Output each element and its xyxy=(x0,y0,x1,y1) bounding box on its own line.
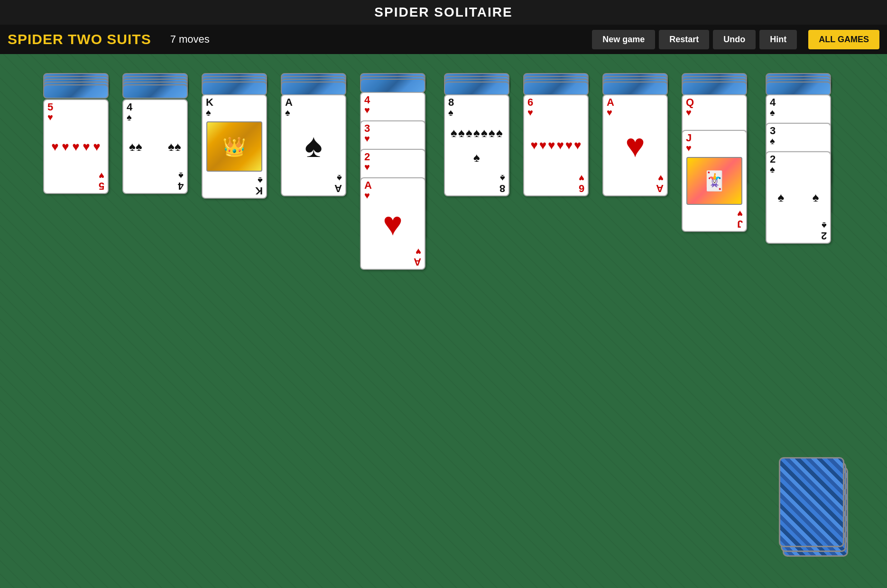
card-8-spades[interactable]: 8 ♠ ♠♠ ♠♠ ♠♠ ♠♠ 8 ♠ xyxy=(444,94,509,196)
card-king-spades[interactable]: K ♠ 👑 K ♠ xyxy=(202,94,267,199)
column-8: A ♥ ♥ A ♥ xyxy=(602,73,676,310)
card-pips: ♥♥ ♥ ♥♥ xyxy=(44,124,108,169)
card-suit: ♥ xyxy=(364,134,370,143)
card-rank: A xyxy=(364,180,372,191)
card-pips: ♥♥ ♥♥ ♥♥ xyxy=(524,119,588,172)
card-suit-bottom: ♥ xyxy=(658,174,664,183)
card-suit: ♥ xyxy=(364,105,370,115)
card-rank-bottom: J xyxy=(737,219,743,229)
card-suit: ♠ xyxy=(770,108,775,117)
card-rank-bottom: K xyxy=(255,185,263,196)
card-rank: 4 xyxy=(770,97,776,108)
site-title: SPIDER SOLITAIRE xyxy=(374,5,512,19)
card-suit-bottom: ♠ xyxy=(822,221,827,230)
card-rank: A xyxy=(285,97,293,108)
restart-button[interactable]: Restart xyxy=(659,30,709,49)
card-pips: ♠♠ ♠ ♠♠ xyxy=(123,124,187,169)
card-suit: ♥ xyxy=(686,108,692,117)
card-rank: 3 xyxy=(770,126,776,136)
face-down-card xyxy=(682,82,747,96)
card-rank-bottom: 4 xyxy=(178,181,184,191)
column-10: 4 ♠ 3 ♠ 2 ♠ ♠ ♠ ♠ 2 xyxy=(766,73,844,310)
face-down-card xyxy=(766,82,831,96)
card-rank-bottom: 5 xyxy=(99,181,104,191)
columns: 5 ♥ ♥♥ ♥ ♥♥ 5 ♥ xyxy=(14,64,873,310)
card-ace-spades[interactable]: A ♠ ♠ A ♠ xyxy=(281,94,346,196)
card-rank-bottom: A xyxy=(414,257,421,267)
card-suit: ♥ xyxy=(686,143,692,153)
card-rank: 3 xyxy=(364,123,370,134)
card-rank: 2 xyxy=(364,152,370,162)
stock-card xyxy=(779,457,844,547)
column-4: A ♠ ♠ A ♠ xyxy=(281,73,354,310)
card-suit: ♠ xyxy=(206,108,211,117)
card-suit-bottom: ♠ xyxy=(178,171,184,181)
column-6: 8 ♠ ♠♠ ♠♠ ♠♠ ♠♠ 8 ♠ xyxy=(444,73,517,310)
card-rank: J xyxy=(686,133,692,143)
card-pips: ♠ ♠ ♠ xyxy=(767,176,830,219)
card-suit-bottom: ♥ xyxy=(99,171,104,181)
card-rank-bottom: 8 xyxy=(499,183,505,193)
card-5-hearts[interactable]: 5 ♥ ♥♥ ♥ ♥♥ 5 ♥ xyxy=(43,99,109,194)
card-rank: 8 xyxy=(448,97,454,108)
site-header: SPIDER SOLITAIRE xyxy=(0,0,887,25)
stock-pile[interactable] xyxy=(778,457,849,552)
card-rank-bottom: A xyxy=(334,183,342,193)
card-rank-bottom: A xyxy=(656,183,664,193)
hint-button[interactable]: Hint xyxy=(759,30,797,49)
card-rank: 5 xyxy=(47,102,53,112)
card-suit-bottom: ♥ xyxy=(737,209,743,219)
card-rank: Q xyxy=(686,97,694,108)
face-down-card xyxy=(444,82,509,96)
card-rank: 4 xyxy=(127,102,132,112)
undo-button[interactable]: Undo xyxy=(713,30,756,49)
card-center-pip: ♥ xyxy=(383,207,403,240)
card-ace-hearts-2[interactable]: A ♥ ♥ A ♥ xyxy=(602,94,668,196)
card-ace-hearts[interactable]: A ♥ ♥ A ♥ xyxy=(360,177,425,270)
king-face: 👑 xyxy=(206,121,262,172)
face-down-card xyxy=(602,82,668,96)
card-6-hearts[interactable]: 6 ♥ ♥♥ ♥♥ ♥♥ 6 ♥ xyxy=(523,94,589,196)
new-game-button[interactable]: New game xyxy=(592,30,655,49)
card-rank: A xyxy=(607,97,614,108)
all-games-button[interactable]: ALL GAMES xyxy=(808,30,879,49)
card-suit-bottom: ♠ xyxy=(258,176,263,185)
column-1: 5 ♥ ♥♥ ♥ ♥♥ 5 ♥ xyxy=(43,73,117,310)
card-rank: 6 xyxy=(527,97,533,108)
card-suit: ♠ xyxy=(448,108,453,117)
card-rank-bottom: 6 xyxy=(579,183,584,193)
game-toolbar: SPIDER TWO SUITS 7 moves New game Restar… xyxy=(0,25,887,54)
card-2-spades[interactable]: 2 ♠ ♠ ♠ ♠ 2 ♠ xyxy=(766,151,831,244)
column-2: 4 ♠ ♠♠ ♠ ♠♠ 4 ♠ xyxy=(122,73,196,310)
column-9: Q ♥ J ♥ 🃏 J ♥ xyxy=(682,73,760,310)
card-suit: ♠ xyxy=(770,136,775,146)
card-rank: 4 xyxy=(364,95,370,105)
column-3: K ♠ 👑 K ♠ xyxy=(202,73,275,310)
card-suit-bottom: ♥ xyxy=(416,247,421,257)
face-down-card xyxy=(360,79,425,93)
card-4-spades[interactable]: 4 ♠ ♠♠ ♠ ♠♠ 4 ♠ xyxy=(122,99,188,194)
card-suit: ♥ xyxy=(607,108,612,117)
card-rank: K xyxy=(206,97,213,108)
face-down-card xyxy=(202,82,267,96)
card-suit: ♠ xyxy=(127,112,132,122)
card-suit-bottom: ♥ xyxy=(579,174,584,183)
face-down-card xyxy=(523,82,589,96)
card-suit: ♥ xyxy=(364,162,370,172)
column-7: 6 ♥ ♥♥ ♥♥ ♥♥ 6 ♥ xyxy=(523,73,597,310)
card-suit: ♥ xyxy=(527,108,533,117)
game-title: SPIDER TWO SUITS xyxy=(8,31,151,47)
move-count: 7 moves xyxy=(170,33,210,46)
card-jack-hearts[interactable]: J ♥ 🃏 J ♥ xyxy=(682,130,747,232)
face-down-card xyxy=(43,84,109,99)
card-center-pip: ♠ xyxy=(305,129,322,162)
card-suit-bottom: ♠ xyxy=(500,174,505,183)
face-down-card xyxy=(122,84,188,99)
card-suit-bottom: ♠ xyxy=(337,174,342,183)
card-suit: ♥ xyxy=(364,191,370,200)
card-rank: 2 xyxy=(770,154,776,165)
card-suit: ♥ xyxy=(47,112,53,122)
card-pips: ♠♠ ♠♠ ♠♠ ♠♠ xyxy=(445,119,508,172)
card-rank-bottom: 2 xyxy=(821,230,827,241)
card-center-pip: ♥ xyxy=(625,129,645,162)
